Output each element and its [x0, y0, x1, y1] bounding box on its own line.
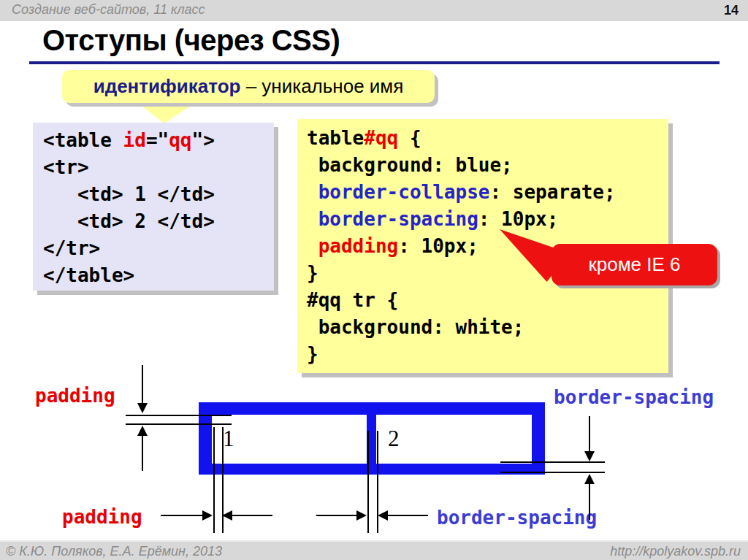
definition-term: идентификатор [94, 75, 241, 98]
dimension-line [589, 416, 590, 452]
dimension-line [126, 423, 232, 425]
diagram-cell-2 [376, 415, 532, 464]
arrowhead-down-icon [137, 403, 148, 413]
definition-callout-tail [136, 101, 197, 123]
definition-callout: идентификатор – уникальное имя [62, 70, 435, 103]
dimension-line [589, 483, 590, 520]
dimension-line [142, 436, 143, 471]
dimension-line [126, 415, 232, 416]
arrowhead-left-icon [222, 510, 232, 521]
dimension-line [142, 365, 143, 404]
footer-copyright: © К.Ю. Поляков, Е.А. Ерёмин, 2013 [6, 544, 222, 559]
arrowhead-right-icon [356, 510, 367, 521]
dimension-line [500, 472, 605, 473]
diagram-cell-1 [212, 415, 367, 464]
dimension-line [388, 515, 428, 516]
diagram-cell-1-number: 1 [223, 426, 234, 452]
padding-label-top: padding [35, 385, 115, 407]
arrowhead-up-icon [584, 474, 595, 484]
slide-title: Отступы (через CSS) [42, 24, 340, 57]
reference-line [213, 427, 215, 533]
dimension-line [316, 515, 356, 516]
title-underline [29, 61, 720, 64]
diagram-cell-2-number: 2 [388, 426, 400, 452]
page-number: 14 [724, 3, 739, 18]
dimension-line [500, 461, 605, 463]
definition-text: – уникальное имя [240, 75, 403, 98]
header-bar: Создание веб-сайтов, 11 класс 14 [0, 0, 748, 21]
ie6-note-text: кроме IE 6 [588, 253, 680, 276]
reference-line [367, 431, 369, 533]
border-spacing-label-top: border-spacing [554, 386, 714, 408]
footer-url[interactable]: http://kpolyakov.spb.ru [610, 544, 741, 559]
arrowhead-up-icon [137, 426, 148, 436]
arrowhead-down-icon [584, 451, 595, 461]
padding-label-bottom: padding [62, 506, 142, 528]
slide: Создание веб-сайтов, 11 класс 14 Отступы… [0, 0, 748, 560]
arrowhead-left-icon [378, 510, 388, 521]
footer-bar: © К.Ю. Поляков, Е.А. Ерёмин, 2013 http:/… [0, 540, 748, 560]
ie6-note-callout: кроме IE 6 [552, 244, 717, 285]
course-title: Создание веб-сайтов, 11 класс [12, 2, 205, 18]
dimension-line [161, 515, 202, 516]
arrowhead-right-icon [202, 510, 213, 521]
dimension-line [232, 515, 272, 516]
border-spacing-label-bottom: border-spacing [437, 507, 597, 529]
html-code-box: <table id="qq"><tr> <td> 1 </td> <td> 2 … [33, 123, 274, 291]
